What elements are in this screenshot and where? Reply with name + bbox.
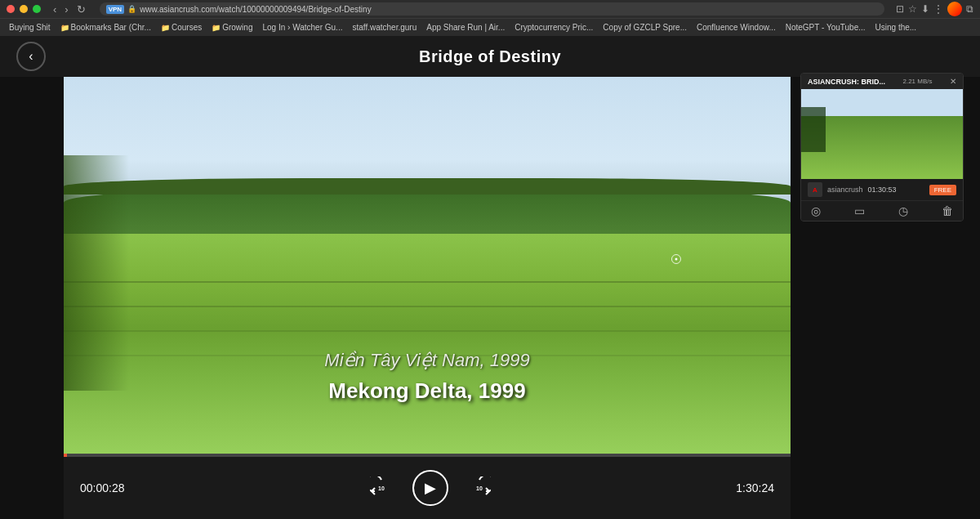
nav-refresh[interactable]: ↻: [74, 3, 88, 16]
bookmark-app-share[interactable]: App Share Run | Air...: [422, 23, 509, 32]
time-current: 00:00:28: [80, 481, 125, 494]
time-end: 1:30:24: [736, 481, 774, 494]
main-area: ‹ Bridge of Destiny Miền Tây Việt Nam, 1…: [0, 36, 980, 519]
mini-player-stats: 2.21 MB/s: [903, 78, 933, 85]
nav-back[interactable]: ‹: [51, 3, 59, 16]
mini-action-rect[interactable]: ▭: [854, 204, 865, 217]
video-page: ‹ Bridge of Destiny Miền Tây Việt Nam, 1…: [0, 36, 980, 519]
browser-nav: ‹ › ↻: [51, 3, 88, 16]
video-container[interactable]: Miền Tây Việt Nam, 1999 Mekong Delta, 19…: [64, 77, 791, 469]
bookmark-login[interactable]: Log In › Watcher Gu...: [258, 23, 346, 32]
bookmark-notegpt[interactable]: NoteGPT - YouTube...: [782, 23, 870, 32]
forward-label: 10: [476, 485, 483, 491]
mini-thumb-tree: [801, 107, 826, 152]
bookmark-crypto[interactable]: Cryptocurrency Pric...: [510, 23, 597, 32]
play-icon: ▶: [425, 479, 436, 497]
mini-site-icon: A: [808, 182, 822, 197]
controls-bar: 00:00:28 10 ▶: [64, 454, 791, 519]
video-scene: Miền Tây Việt Nam, 1999 Mekong Delta, 19…: [64, 77, 791, 469]
url-text: www.asiancrush.com/watch/10000000009494/…: [140, 5, 372, 14]
mini-player-site: A asiancrush 01:30:53 FREE: [801, 179, 963, 200]
rewind-label: 10: [378, 485, 385, 491]
mini-free-badge: FREE: [929, 185, 956, 195]
cast-icon[interactable]: ⊡: [896, 3, 904, 15]
nav-forward[interactable]: ›: [62, 3, 70, 16]
mini-action-circle[interactable]: ◎: [811, 204, 821, 217]
bookmark-staff-watcher[interactable]: staff.watcher.guru: [348, 23, 421, 32]
dot-yellow[interactable]: [20, 5, 28, 13]
browser-chrome: ‹ › ↻ VPN 🔒 www.asiancrush.com/watch/100…: [0, 0, 980, 18]
bookmark-icon[interactable]: ☆: [908, 3, 917, 15]
mini-player-header: ASIANCRUSH: BRID... 2.21 MB/s ✕: [801, 74, 963, 89]
mini-player-thumbnail: [801, 89, 963, 179]
progress-fill: [64, 454, 67, 457]
download-icon[interactable]: ⬇: [921, 3, 929, 15]
bookmark-gzclp[interactable]: Copy of GZCLP Spre...: [599, 23, 691, 32]
bookmark-growing[interactable]: Growing: [207, 23, 256, 32]
lock-icon: 🔒: [127, 5, 136, 13]
rewind-button[interactable]: 10: [367, 473, 396, 503]
progress-bar[interactable]: [64, 454, 791, 457]
vpn-badge: VPN: [106, 5, 124, 14]
mini-player-close[interactable]: ✕: [950, 77, 956, 86]
mini-player-actions: ◎ ▭ ◷ 🗑: [801, 200, 963, 221]
bookmark-using[interactable]: Using the...: [871, 23, 921, 32]
top-bar: ‹ Bridge of Destiny: [0, 36, 980, 77]
back-icon: ‹: [29, 49, 33, 64]
mini-timestamp: 01:30:53: [868, 186, 897, 194]
mini-site-name: asiancrush: [827, 186, 863, 194]
extensions-icon[interactable]: ⧉: [966, 3, 973, 15]
back-button[interactable]: ‹: [16, 42, 46, 71]
bookmark-courses[interactable]: Courses: [157, 23, 206, 32]
forward-button[interactable]: 10: [465, 473, 494, 503]
bookmarks-bar: Buying Shit Bookmarks Bar (Chr... Course…: [0, 18, 980, 36]
mini-player: ASIANCRUSH: BRID... 2.21 MB/s ✕ A asianc…: [800, 73, 964, 221]
bookmark-bookmarks-bar[interactable]: Bookmarks Bar (Chr...: [56, 23, 155, 32]
bookmark-confluence[interactable]: Confluence Window...: [693, 23, 780, 32]
menu-icon[interactable]: ⋮: [933, 3, 943, 15]
bookmark-buying-shit[interactable]: Buying Shit: [5, 23, 55, 32]
avatar[interactable]: [947, 2, 962, 16]
browser-icons: ⊡ ☆ ⬇ ⋮ ⧉: [896, 2, 973, 16]
mini-action-clock[interactable]: ◷: [898, 204, 908, 217]
dot-green[interactable]: [33, 5, 41, 13]
mini-delete-button[interactable]: 🗑: [942, 204, 953, 217]
palm-left: [64, 155, 129, 391]
browser-addressbar[interactable]: VPN 🔒 www.asiancrush.com/watch/100000000…: [100, 2, 884, 16]
controls-row: 00:00:28 10 ▶: [64, 457, 791, 519]
subtitle-viet: Miền Tây Việt Nam, 1999: [324, 350, 529, 371]
controls-center: 10 ▶ 10: [367, 470, 494, 506]
play-button[interactable]: ▶: [412, 470, 448, 506]
subtitle-eng: Mekong Delta, 1999: [328, 378, 525, 404]
page-title: Bridge of Destiny: [419, 47, 561, 66]
mini-player-title: ASIANCRUSH: BRID...: [808, 78, 885, 86]
dot-red[interactable]: [7, 5, 15, 13]
